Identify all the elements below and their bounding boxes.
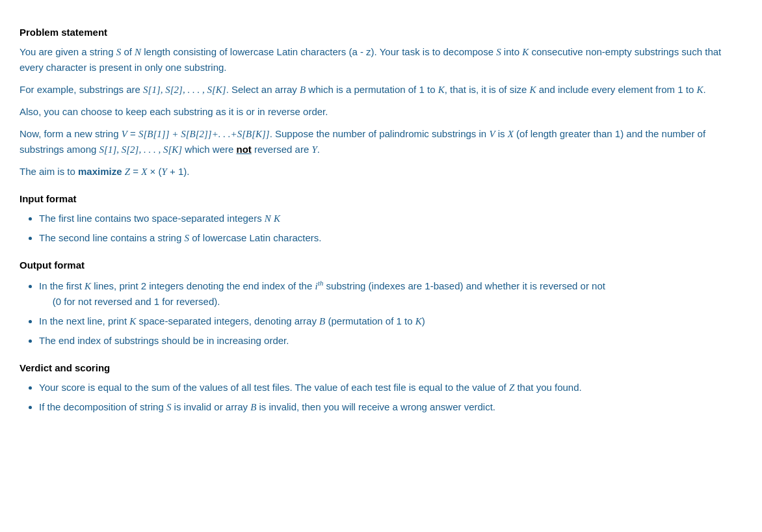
p5-Y: Y — [161, 166, 166, 177]
verdict-bullet-2: If the decomposition of string S is inva… — [39, 399, 742, 415]
ob1-text1: In the first — [39, 280, 85, 291]
p2-text7: . — [703, 84, 705, 95]
p4-text6: which were — [182, 144, 236, 155]
input-bullet-2: The second line contains a string S of l… — [39, 230, 742, 246]
p2-1: 1 — [677, 84, 683, 95]
p2-text3: which is a permutation of — [306, 84, 419, 95]
vb2-text3: is invalid, then you will receive a wron… — [256, 401, 495, 412]
p2-K2: K — [438, 85, 445, 95]
p2-K4: K — [696, 85, 703, 95]
p5-X: X — [141, 166, 147, 177]
p2-bracket1: [1], — [148, 85, 166, 95]
p2-text5: and include every element from — [536, 84, 678, 95]
ob2-B: B — [319, 316, 325, 326]
p3-text: Also, you can choose to keep each substr… — [20, 106, 328, 117]
vb1-text1: Your score is equal to the sum of the va… — [39, 382, 509, 393]
p5-Z: Z — [125, 166, 130, 177]
ob3-text1: The end index of substrings should be in… — [39, 335, 289, 346]
verdict-heading: Verdict and scoring — [20, 360, 742, 376]
p2-bracket2: [2], . . . , — [170, 85, 207, 95]
verdict-bullets-list: Your score is equal to the sum of the va… — [39, 380, 742, 415]
vb2-B: B — [250, 402, 256, 412]
ib2-S: S — [184, 233, 189, 243]
p4-V2: V — [489, 129, 495, 139]
paragraph-5: The aim is to maximize Z = X × (Y + 1). — [20, 164, 742, 180]
p4-formula: S — [138, 129, 144, 139]
paragraph-4: Now, form a new string V = S[B[1]] + S[B… — [20, 126, 742, 157]
ib1-text1: The first line contains two space-separa… — [39, 213, 265, 224]
vb2-text1: If the decomposition of string — [39, 401, 166, 412]
output-bullet-2: In the next line, print K space-separate… — [39, 313, 742, 329]
output-bullet-1: In the first K lines, print 2 integers d… — [39, 277, 742, 310]
input-bullets-list: The first line contains two space-separa… — [39, 211, 742, 246]
vb1-text2: that you found. — [514, 382, 581, 393]
p1-text1: You are given a string — [20, 46, 116, 57]
problem-statement-heading: Problem statement — [20, 25, 742, 40]
p4-formula-b1: [B[1]] + S[B[2]]+. . .+S[B[K]] — [144, 129, 270, 139]
p4-text8: . — [317, 144, 320, 155]
p5-text4: × ( — [147, 166, 161, 177]
paragraph-2: For example, substrings are S[1], S[2], … — [20, 82, 742, 98]
paragraph-1: You are given a string S of N length con… — [20, 44, 742, 75]
p4-text2: = — [127, 128, 138, 139]
verdict-bullet-1: Your score is equal to the sum of the va… — [39, 380, 742, 395]
p2-s-array: S — [143, 85, 148, 95]
p4-s1: S — [99, 144, 105, 155]
ob2-text4: ) — [422, 315, 425, 326]
p4-text7: reversed are — [252, 144, 312, 155]
ob2-text3: (permutation of 1 to — [325, 315, 415, 326]
ob2-K: K — [129, 316, 136, 326]
p4-s1-br: [1], — [104, 144, 122, 155]
p1-K: K — [522, 47, 529, 57]
ib2-text1: The second line contains a string — [39, 232, 184, 243]
p1-text3: length consisting of lowercase Latin cha… — [141, 46, 496, 57]
p1-text2: of — [121, 46, 135, 57]
p2-K3: K — [530, 85, 536, 95]
p4-sk-br: [K] — [168, 144, 182, 155]
p2-text1: For example, substrings are — [20, 84, 143, 95]
p2-s2: S — [165, 85, 170, 95]
p2-sk: S — [207, 85, 212, 95]
p2-text6: to — [683, 84, 697, 95]
ib2-text2: of lowercase Latin characters. — [189, 232, 321, 243]
p2-B: B — [300, 85, 306, 95]
ob1-text2: lines, print 2 integers denoting the end… — [91, 280, 315, 291]
ob1-K: K — [85, 281, 91, 291]
p4-not: not — [237, 144, 252, 155]
output-bullet-3: The end index of substrings should be in… — [39, 333, 742, 349]
input-format-heading: Input format — [20, 191, 742, 207]
p1-text4: into — [501, 46, 523, 57]
p4-X: X — [508, 129, 514, 139]
p2-1toK: 1 to — [419, 84, 438, 95]
p5-text3: = — [130, 166, 141, 177]
p5-text5: + 1). — [167, 166, 190, 177]
p4-text1: Now, form a new string — [20, 128, 122, 139]
ob2-text1: In the next line, print — [39, 315, 129, 326]
p4-s2-br: [2], . . . , — [126, 144, 163, 155]
p5-maximize: maximize — [78, 166, 122, 177]
p4-V: V — [122, 129, 127, 139]
input-bullet-1: The first line contains two space-separa… — [39, 211, 742, 226]
p5-text1: The aim is to — [20, 166, 78, 177]
ib1-K: K — [274, 213, 280, 224]
p1-N: N — [135, 47, 141, 57]
ob2-text2: space-separated integers, denoting array — [136, 315, 319, 326]
paragraph-3: Also, you can choose to keep each substr… — [20, 104, 742, 120]
p2-bracketK: [K] — [212, 85, 226, 95]
p4-Y: Y — [311, 144, 317, 155]
p2-text4: , that is, it is of size — [445, 84, 530, 95]
p4-text3: . Suppose the number of palindromic subs… — [270, 128, 490, 139]
vb2-text2: is invalid or array — [171, 401, 250, 412]
p1-S2: S — [496, 47, 501, 57]
output-bullets-list: In the first K lines, print 2 integers d… — [39, 277, 742, 349]
output-format-heading: Output format — [20, 258, 742, 273]
p4-text4: is — [495, 128, 508, 139]
p2-text2: . Select an array — [226, 84, 300, 95]
ob2-K2: K — [415, 316, 422, 326]
ib1-N: N — [265, 213, 271, 224]
